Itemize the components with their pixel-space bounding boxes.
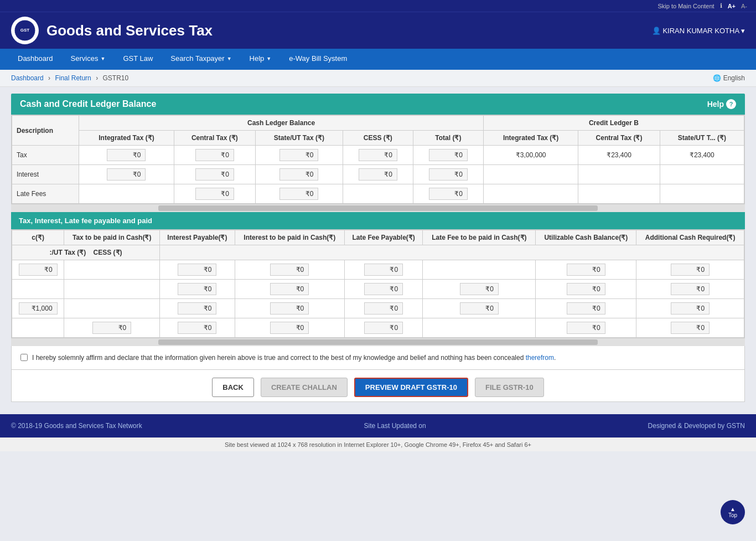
col-total: Total (₹) (413, 131, 483, 146)
col-credit-central: Central Tax (₹) (578, 131, 660, 146)
interest-cash-cess: ₹0 (343, 165, 413, 184)
row-label-tax: Tax (12, 146, 79, 165)
user-dropdown-icon: ▾ (741, 27, 745, 35)
file-gstr10-button[interactable]: FILE GSTR-10 (475, 378, 544, 397)
payable-col-utilizable: Utilizable Cash Balance(₹) (536, 230, 636, 245)
nav-dashboard[interactable]: Dashboard (9, 49, 62, 70)
payable-r3-additional: ₹0 (636, 299, 744, 318)
main-content: Cash and Credit Ledger Balance Help ? De… (0, 87, 756, 409)
payable-row-3: ₹1,000 ₹0 ₹0 ₹0 ₹0 ₹0 ₹0 (12, 299, 744, 318)
table-row: Late Fees ₹0 ₹0 ₹0 (12, 184, 744, 204)
scroll-bar-top[interactable] (11, 204, 745, 212)
interest-cash-integrated: ₹0 (79, 165, 174, 184)
payable-r3-cess (64, 299, 160, 318)
payable-row-4: ₹0 ₹0 ₹0 ₹0 ₹0 ₹0 (12, 318, 744, 338)
payable-r4-state (12, 318, 64, 338)
cash-credit-table-wrap: Description Cash Ledger Balance Credit L… (11, 115, 745, 204)
payable-r3-utilizable: ₹0 (536, 299, 636, 318)
payable-r1-additional: ₹0 (636, 260, 744, 280)
checkbox-area: I hereby solemnly affirm and declare tha… (11, 346, 745, 370)
nav-eway-bill[interactable]: e-Way Bill System (280, 49, 356, 70)
payable-table-wrap: c(₹) Tax to be paid in Cash(₹) Interest … (11, 229, 745, 338)
payable-r2-late-fee-payable: ₹0 (423, 280, 536, 299)
nav-gst-law[interactable]: GST Law (114, 49, 162, 70)
breadcrumb: Dashboard › Final Return › GSTR10 (11, 74, 128, 82)
payable-col-c: c(₹) (12, 230, 64, 245)
latefee-cash-cess (343, 184, 413, 204)
nav-help[interactable]: Help ▼ (241, 49, 281, 70)
section-title: Cash and Credit Ledger Balance (20, 99, 156, 109)
col-cess: CESS (₹) (343, 131, 413, 146)
back-button[interactable]: BACK (212, 378, 254, 397)
declaration-checkbox[interactable] (20, 354, 28, 361)
col-description: Description (12, 116, 79, 146)
nav-search-taxpayer[interactable]: Search Taxpayer ▼ (162, 49, 240, 70)
payable-r2-additional: ₹0 (636, 280, 744, 299)
footer-last-updated: Site Last Updated on (364, 422, 426, 430)
sub-section-header: Tax, Interest, Late fee payable and paid (11, 212, 745, 229)
user-menu[interactable]: 👤 KIRAN KUMAR KOTHA ▾ (652, 27, 745, 35)
language-selector[interactable]: 🌐 English (713, 74, 745, 82)
footer-main: © 2018-19 Goods and Services Tax Network… (0, 414, 756, 437)
help-icon: ? (726, 99, 736, 109)
breadcrumb-final-return[interactable]: Final Return (55, 74, 91, 82)
payable-table: c(₹) Tax to be paid in Cash(₹) Interest … (12, 230, 744, 338)
help-link[interactable]: Help ? (707, 99, 736, 109)
payable-r2-tax-cash: ₹0 (160, 280, 235, 299)
col-credit-integrated: Integrated Tax (₹) (483, 131, 578, 146)
latefee-credit-integrated (483, 184, 578, 204)
declaration-label[interactable]: I hereby solemnly affirm and declare tha… (20, 353, 736, 363)
payable-col-late-fee-payable: Late Fee Payable(₹) (344, 230, 422, 245)
scroll-bar-bottom[interactable] (11, 338, 745, 346)
tax-cash-state: ₹0 (255, 146, 343, 165)
scroll-thumb-2 (158, 339, 597, 345)
payable-r4-utilizable: ₹0 (536, 318, 636, 338)
payable-r4-interest-payable: ₹0 (235, 318, 344, 338)
payable-col-interest-payable: Interest Payable(₹) (160, 230, 235, 245)
services-caret: ▼ (100, 56, 105, 61)
search-caret: ▼ (227, 56, 232, 61)
help-caret: ▼ (266, 56, 271, 61)
payable-r3-tax-cash: ₹0 (160, 299, 235, 318)
section-header: Cash and Credit Ledger Balance Help ? (11, 94, 745, 115)
font-decrease-btn[interactable]: A- (741, 3, 747, 9)
payable-r2-interest-cash: ₹0 (344, 280, 422, 299)
payable-col-additional: Additional Cash Required(₹) (636, 230, 744, 245)
tax-credit-central: ₹23,400 (578, 146, 660, 165)
tax-credit-state: ₹23,400 (660, 146, 744, 165)
breadcrumb-gstr10: GSTR10 (102, 74, 128, 82)
scroll-thumb (158, 205, 597, 211)
preview-draft-button[interactable]: PREVIEW DRAFT GSTR-10 (354, 378, 468, 397)
sub-section-title: Tax, Interest, Late fee payable and paid (19, 217, 152, 225)
credit-ledger-header: Credit Ledger B (483, 116, 744, 131)
latefee-credit-central (578, 184, 660, 204)
button-row: BACK CREATE CHALLAN PREVIEW DRAFT GSTR-1… (11, 370, 745, 402)
payable-row-2: ₹0 ₹0 ₹0 ₹0 ₹0 ₹0 (12, 280, 744, 299)
header: GST Goods and Services Tax 👤 KIRAN KUMAR… (0, 12, 756, 49)
latefee-cash-integrated (79, 184, 174, 204)
payable-r3-interest-payable: ₹0 (235, 299, 344, 318)
therefrom-link[interactable]: therefrom (526, 354, 554, 362)
payable-subheader-1: :/UT Tax (₹) CESS (₹) (12, 245, 160, 260)
payable-r4-tax-cash: ₹0 (160, 318, 235, 338)
top-bar: Skip to Main Content ℹ A+ A- (0, 0, 756, 12)
payable-subheader-2 (160, 245, 744, 260)
payable-r1-late-fee-payable (423, 260, 536, 280)
col-credit-state-ut: State/UT T... (₹) (660, 131, 744, 146)
breadcrumb-dashboard[interactable]: Dashboard (11, 74, 44, 82)
payable-col-interest-cash: Interest to be paid in Cash(₹) (235, 230, 344, 245)
interest-credit-central (578, 165, 660, 184)
payable-r3-state: ₹1,000 (12, 299, 64, 318)
cash-ledger-header: Cash Ledger Balance (79, 116, 484, 131)
payable-r1-cess (64, 260, 160, 280)
create-challan-button[interactable]: CREATE CHALLAN (261, 378, 348, 397)
payable-r2-state (12, 280, 64, 299)
tax-cash-central: ₹0 (174, 146, 255, 165)
font-increase-btn[interactable]: A+ (728, 3, 736, 9)
latefee-cash-central: ₹0 (174, 184, 255, 204)
footer-bottom: Site best viewed at 1024 x 768 resolutio… (0, 437, 756, 451)
nav-services[interactable]: Services ▼ (62, 49, 115, 70)
help-label: Help (707, 100, 724, 109)
payable-r4-cess: ₹0 (64, 318, 160, 338)
skip-link[interactable]: Skip to Main Content (658, 3, 714, 9)
